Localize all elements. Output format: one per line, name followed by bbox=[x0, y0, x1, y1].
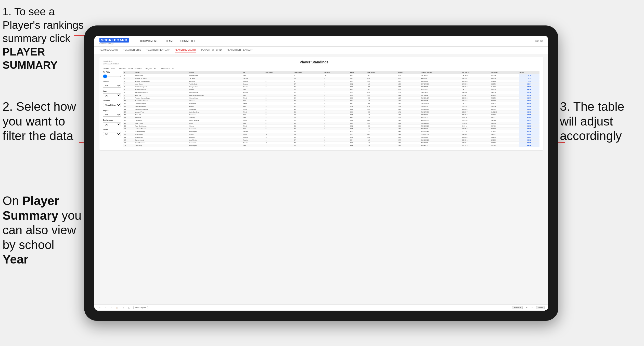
share-button[interactable]: Share bbox=[536, 306, 545, 309]
table-cell: 67.42 bbox=[519, 94, 539, 96]
table-cell: 1 bbox=[265, 74, 293, 77]
table-cell: 68.7 bbox=[349, 133, 366, 136]
table-cell: Vanderbilt bbox=[188, 102, 242, 105]
nav-signin[interactable]: Sign out bbox=[535, 40, 543, 42]
table-cell: Georgia Tech bbox=[188, 85, 242, 88]
toolbar-settings[interactable]: ⚙ bbox=[122, 306, 125, 309]
subnav-player-summary[interactable]: PLAYER SUMMARY bbox=[175, 48, 196, 52]
table-row: 12Brendan ValdesAuburnFifth537068.4-1.11… bbox=[123, 105, 539, 108]
toolbar-clock[interactable]: ◯ bbox=[127, 306, 131, 309]
table-cell: 514-111-52 bbox=[420, 133, 461, 136]
subnav-player-h2h-grid[interactable]: PLAYER H2H GRID bbox=[201, 48, 222, 52]
table-cell: 12-16-3 bbox=[490, 94, 519, 96]
toolbar-print[interactable]: 🖶 bbox=[525, 306, 529, 309]
toolbar-copy[interactable]: 📋 bbox=[115, 306, 120, 309]
table-cell: 1.66 bbox=[397, 113, 420, 116]
conference-select[interactable]: (All) bbox=[103, 122, 121, 126]
no-rds-slider[interactable] bbox=[103, 76, 121, 77]
table-cell: Florida State bbox=[188, 82, 242, 85]
table-cell: 1.98 bbox=[397, 82, 420, 85]
table-cell: Jake Hall bbox=[134, 113, 188, 116]
watch-button[interactable]: Watch ▼ bbox=[512, 306, 523, 309]
table-cell: 5 bbox=[265, 105, 293, 108]
table-cell: 68.89 bbox=[519, 85, 539, 88]
player-select[interactable]: (All) bbox=[103, 132, 121, 136]
subnav-team-summary[interactable]: TEAM SUMMARY bbox=[99, 48, 118, 52]
table-cell: 1 bbox=[324, 88, 350, 91]
table-cell: -2.5 bbox=[367, 85, 397, 88]
table-cell: Matthew Riedel bbox=[134, 127, 188, 130]
subnav-team-h2h-heatmap[interactable]: TEAM H2H HEATMAP bbox=[146, 48, 170, 52]
table-cell: 12 bbox=[265, 141, 293, 144]
table-cell: 381-61-11 bbox=[420, 74, 461, 77]
table-cell: -0.8 bbox=[367, 124, 397, 127]
table-row: 1Wenyi DingArizona StateFirst111567.1-3.… bbox=[123, 74, 539, 77]
table-cell: 68.4 bbox=[349, 99, 366, 102]
table-cell: 23 bbox=[293, 141, 324, 144]
top-filters: Gender: Men Division: NCAA Division I Re… bbox=[103, 67, 539, 70]
toolbar-refresh[interactable]: ↻ bbox=[110, 306, 113, 309]
table-cell: Third bbox=[242, 108, 265, 110]
year-select[interactable]: (All) bbox=[103, 93, 121, 97]
table-cell: 500-135-30 bbox=[420, 122, 461, 124]
nav-teams[interactable]: TEAMS bbox=[165, 39, 175, 44]
table-cell: UCLA bbox=[188, 122, 242, 124]
table-cell: -1.2 bbox=[367, 141, 397, 144]
table-cell: 68.5 bbox=[349, 113, 366, 116]
nav-links: TOURNAMENTS TEAMS COMMITTEE bbox=[139, 39, 527, 44]
subnav-team-h2h-grid[interactable]: TEAM H2H GRID bbox=[123, 48, 141, 52]
table-row: 22Ian GilliganFloridaThird1024168.7-0.81… bbox=[123, 133, 539, 136]
table-cell: 65.87 bbox=[519, 122, 539, 124]
nav-tournaments[interactable]: TOURNAMENTS bbox=[139, 39, 160, 44]
table-cell: 44-64-6 bbox=[490, 96, 519, 99]
table-cell: 50-19-8 bbox=[490, 88, 519, 91]
table-cell: 27 bbox=[293, 139, 324, 141]
table-cell: 68.04 bbox=[519, 82, 539, 85]
table-cell: 8 bbox=[293, 80, 324, 82]
table-cell: Third bbox=[242, 119, 265, 122]
table-cell: 377-82-17 bbox=[420, 113, 461, 116]
table-cell: 70.2 bbox=[519, 80, 539, 82]
table-cell: 0 bbox=[324, 102, 350, 105]
table-cell: 69.0 bbox=[349, 108, 366, 110]
table-cell: 37 bbox=[293, 105, 324, 108]
gender-select[interactable]: Men bbox=[103, 84, 121, 88]
table-cell: 8-21-1 bbox=[461, 124, 490, 127]
table-cell: -2.0 bbox=[367, 88, 397, 91]
toolbar-grid[interactable]: ☷ bbox=[531, 306, 534, 309]
table-cell: 1.61 bbox=[397, 127, 420, 130]
table-cell: 22-29-7 bbox=[461, 110, 490, 113]
table-cell: North Carolina bbox=[188, 110, 242, 113]
table-cell: 24 bbox=[293, 96, 324, 99]
table-cell: 1.47 bbox=[397, 119, 420, 122]
table-cell: 35-16-4 bbox=[490, 77, 519, 80]
table-cell: 0 bbox=[324, 105, 350, 108]
table-cell: 6 bbox=[265, 108, 293, 110]
table-cell: First bbox=[242, 74, 265, 77]
toolbar-back[interactable]: ← bbox=[98, 306, 102, 309]
table-cell: 1 bbox=[265, 88, 293, 91]
table-cell: 0 bbox=[324, 77, 350, 80]
table-row: 5Christo LamprechtGeorgia TechFourth2212… bbox=[123, 85, 539, 88]
table-cell: 9 bbox=[265, 127, 293, 130]
table-cell: Florida bbox=[188, 133, 242, 136]
filter-region: Region: All bbox=[146, 67, 156, 70]
table-cell: 59.95 bbox=[519, 141, 539, 144]
table-cell: 698-54-13 bbox=[420, 91, 461, 94]
region-select[interactable]: N/A bbox=[103, 113, 121, 117]
col-top25: Vs Top 25 bbox=[461, 71, 490, 74]
col-year: Yr bbox=[242, 71, 265, 74]
table-cell: -1.5 bbox=[367, 113, 397, 116]
table-cell: 1 bbox=[324, 80, 350, 82]
table-cell: Michael Thorbjornsen bbox=[134, 80, 188, 82]
nav-committee[interactable]: COMMITTEE bbox=[180, 39, 196, 44]
table-cell: 3.10 bbox=[397, 77, 420, 80]
table-cell: 68.4 bbox=[349, 105, 366, 108]
table-cell: 30 bbox=[293, 108, 324, 110]
logo-text: SCOREBOARD bbox=[99, 38, 129, 43]
table-cell: Nicholas Gabrelcik bbox=[134, 91, 188, 94]
division-select[interactable]: NCAA Division I bbox=[103, 103, 121, 107]
subnav-player-h2h-heatmap[interactable]: PLAYER H2H HEATMAP bbox=[227, 48, 252, 52]
toolbar-forward[interactable]: → bbox=[104, 306, 108, 309]
table-row: 26Petr HrubyWashingtonFifth725068.6-1.61… bbox=[123, 144, 539, 147]
